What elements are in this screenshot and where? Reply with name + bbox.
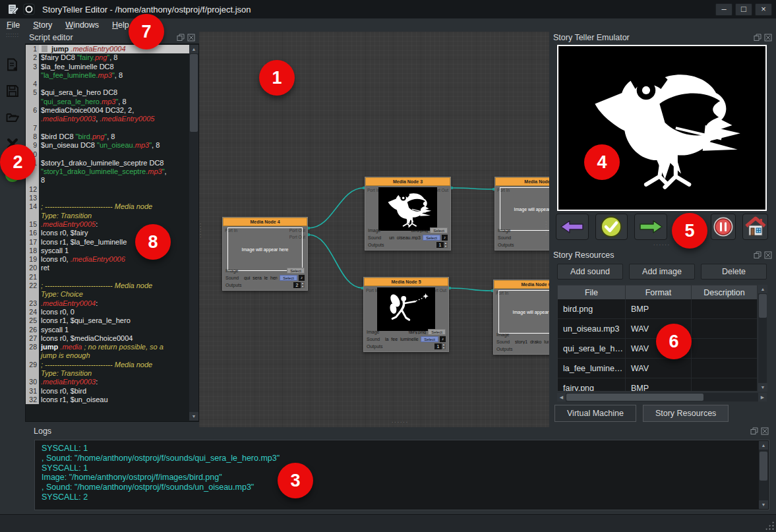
splitter-handle[interactable]: ······ [653, 244, 671, 247]
code-line[interactable]: 8$bird DC8 "bird.png", 8 [26, 133, 189, 141]
outputs-spinner[interactable]: 2▲▼ [293, 282, 305, 288]
float-panel-icon[interactable] [754, 34, 761, 42]
column-header-file[interactable]: File [558, 285, 626, 299]
code-line[interactable]: Type: Transition [26, 369, 189, 378]
scroll-up-icon[interactable]: ▲ [189, 45, 198, 53]
speaker-icon[interactable]: ♪ [440, 336, 446, 342]
code-line[interactable]: 6$mediaChoice0004 DC32, 2, [26, 106, 189, 115]
spinner-arrows-icon[interactable]: ▲▼ [301, 282, 305, 288]
code-line[interactable]: .mediaEntry0003, .mediaEntry0005 [26, 115, 189, 123]
code-line[interactable]: 15.mediaEntry0005: [26, 220, 189, 229]
confirm-check-button[interactable] [595, 214, 628, 240]
table-row[interactable]: bird.pngBMP [558, 299, 758, 319]
code-line[interactable]: 11$story1_drako_luminelle_sceptre DC8 [26, 159, 189, 167]
code-line[interactable]: 3$la_fee_luminelle DC8 [26, 63, 189, 71]
code-line[interactable]: 2$fairy DC8 "fairy.png", 8 [26, 53, 189, 62]
select-sound-button[interactable]: Select [423, 235, 440, 241]
minimize-button[interactable]: – [715, 3, 732, 16]
splitter-handle[interactable]: ······ [200, 223, 202, 239]
tab-story-resources[interactable]: Story Resources [643, 405, 729, 422]
scroll-left-icon[interactable]: ◀ [557, 393, 566, 401]
media-node[interactable]: Media NodePort InImage will appear hereI… [494, 177, 549, 251]
table-row[interactable]: la_fee_lumine…WAV [558, 359, 758, 378]
node-graph-canvas[interactable]: Media Node 4Port InPort OutPort OutImage… [199, 32, 549, 427]
maximize-button[interactable]: □ [735, 3, 752, 16]
code-line[interactable]: 26syscall 1 [26, 326, 189, 334]
code-line[interactable]: Type: Choice [26, 290, 189, 299]
code-line[interactable]: 25lcons r1, $qui_sera_le_hero [26, 316, 189, 325]
scroll-right-icon[interactable]: ▶ [758, 393, 767, 401]
open-folder-icon[interactable] [5, 109, 20, 125]
outputs-spinner[interactable]: 1▲▼ [436, 242, 448, 248]
spinner-arrows-icon[interactable]: ▲▼ [444, 242, 448, 248]
code-line[interactable]: 21 [26, 273, 189, 281]
add-sound-button[interactable]: Add sound [557, 264, 623, 280]
select-image-button[interactable]: Select [430, 227, 448, 233]
code-line[interactable]: 30.mediaEntry0003: [26, 378, 189, 386]
code-line[interactable]: 14; ---------------------------- Media n… [26, 202, 189, 211]
code-line[interactable]: 27lcons r0, $mediaChoice0004 [26, 334, 189, 343]
splitter-handle[interactable]: ······ [545, 221, 547, 237]
close-panel-icon[interactable] [761, 427, 769, 435]
previous-arrow-button[interactable] [556, 214, 589, 240]
code-line[interactable]: 29; ---------------------------- Media n… [26, 361, 189, 369]
media-node[interactable]: Media Node 6Port InImage will appear her… [493, 280, 549, 355]
table-horizontal-scrollbar[interactable]: ◀ ▶ [557, 393, 767, 401]
table-vertical-scrollbar[interactable]: ▲ ▼ [758, 285, 767, 392]
select-image-button[interactable]: Select [287, 268, 305, 274]
next-arrow-button[interactable] [634, 214, 667, 240]
toolbar-drag-handle[interactable]: ············ [6, 33, 19, 38]
code-line[interactable]: 22; ---------------------------- Media n… [26, 281, 189, 290]
code-line[interactable]: 13 [26, 194, 189, 202]
code-line[interactable]: Type: Transition [26, 212, 189, 220]
close-panel-icon[interactable] [187, 34, 195, 42]
code-line[interactable]: 4 [26, 80, 189, 88]
scroll-down-icon[interactable]: ▼ [759, 500, 768, 509]
float-panel-icon[interactable] [750, 427, 758, 435]
pause-button[interactable] [711, 214, 736, 240]
code-line[interactable]: 19lcons r0, .mediaEntry0006 [26, 255, 189, 264]
code-line[interactable]: 28jump .media ; no return possible, so a [26, 343, 189, 351]
code-line[interactable]: 12 [26, 185, 189, 194]
close-panel-icon[interactable] [764, 34, 772, 42]
media-node[interactable]: Media Node 3Port InPort OutImagebird.png… [365, 177, 451, 251]
code-line[interactable]: 24lcons r0, 0 [26, 308, 189, 316]
home-button[interactable] [742, 214, 768, 240]
code-line[interactable]: jump is enough [26, 351, 189, 360]
select-sound-button[interactable]: Select [280, 275, 297, 281]
media-node[interactable]: Media Node 5Port InPort OutImagefairy.pn… [363, 277, 449, 352]
code-line[interactable]: "story1_drako_luminelle_sceptre.mp3", [26, 167, 189, 176]
menu-item-story[interactable]: Story [33, 20, 52, 30]
scroll-up-icon[interactable]: ▲ [758, 285, 767, 293]
select-image-button[interactable]: Select [428, 329, 446, 335]
menu-item-file[interactable]: File [7, 20, 20, 30]
speaker-icon[interactable]: ♪ [299, 275, 305, 281]
code-line[interactable]: 31lcons r0, $bird [26, 387, 189, 396]
code-line[interactable]: "la_fee_luminelle.mp3", 8 [26, 71, 189, 80]
outputs-spinner[interactable]: 1▲▼ [434, 343, 446, 349]
column-header-description[interactable]: Description [692, 285, 758, 299]
code-line[interactable]: 1jump .mediaEntry0004 [26, 45, 189, 53]
close-panel-icon[interactable] [764, 251, 772, 259]
code-line[interactable]: 8 [26, 176, 189, 185]
save-icon[interactable] [5, 83, 20, 99]
float-panel-icon[interactable] [177, 34, 185, 42]
media-node[interactable]: Media Node 4Port InPort OutPort OutImage… [222, 217, 308, 291]
speaker-icon[interactable]: ♪ [442, 235, 448, 241]
close-button[interactable]: × [755, 3, 772, 16]
scroll-up-icon[interactable]: ▲ [759, 441, 768, 450]
titlebar[interactable]: StoryTeller Editor - /home/anthony/ostpr… [0, 0, 776, 18]
table-row[interactable]: fairy.pngBMP [558, 378, 758, 392]
delete-button[interactable]: Delete [701, 264, 767, 280]
code-line[interactable]: 23.mediaEntry0004: [26, 299, 189, 308]
select-sound-button[interactable]: Select [421, 336, 438, 342]
add-image-button[interactable]: Add image [629, 264, 695, 280]
menu-item-help[interactable]: Help [112, 20, 129, 30]
scroll-down-icon[interactable]: ▼ [758, 383, 767, 392]
code-line[interactable]: 10 [26, 150, 189, 159]
code-line[interactable]: 32lcons r1, $un_oiseau [26, 396, 189, 404]
code-line[interactable]: 9$un_oiseau DC8 "un_oiseau.mp3", 8 [26, 141, 189, 150]
code-line[interactable]: "qui_sera_le_hero.mp3", 8 [26, 98, 189, 106]
code-line[interactable]: 5$qui_sera_le_hero DC8 [26, 88, 189, 97]
code-line[interactable]: 20ret [26, 264, 189, 272]
